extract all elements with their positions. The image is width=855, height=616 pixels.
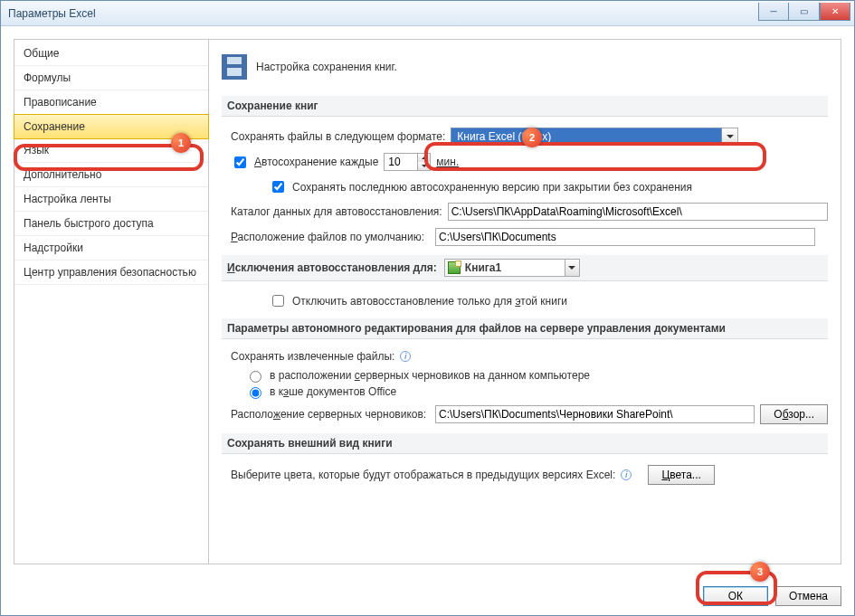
- workbook-icon: [448, 261, 461, 274]
- browse-button[interactable]: Обзор...: [760, 404, 828, 424]
- sidebar-item-trust-center[interactable]: Центр управления безопасностью: [14, 261, 208, 285]
- window-title: Параметры Excel: [8, 7, 758, 20]
- option-office-cache-label: в кэше документов Office: [270, 385, 396, 398]
- save-format-dropdown-button[interactable]: [722, 128, 738, 146]
- default-dir-input[interactable]: [435, 228, 815, 246]
- server-drafts-dir-input[interactable]: [435, 405, 755, 423]
- sidebar-item-customize-ribbon[interactable]: Настройка ленты: [14, 187, 208, 212]
- maximize-button[interactable]: ▭: [789, 3, 820, 21]
- option-office-cache-radio[interactable]: [250, 387, 261, 399]
- colors-label: Выберите цвета, которые будут отображать…: [231, 469, 615, 481]
- group-offline-editing: Параметры автономного редактирования для…: [222, 318, 828, 339]
- sidebar-item-proofing[interactable]: Правописание: [14, 90, 208, 115]
- info-icon[interactable]: i: [621, 469, 632, 480]
- cancel-button[interactable]: Отмена: [775, 586, 841, 606]
- category-sidebar: Общие Формулы Правописание Сохранение Яз…: [14, 39, 209, 564]
- disable-autorecover-label: Отключить автовосстановление только для …: [292, 295, 567, 308]
- spinner-up[interactable]: [417, 154, 430, 162]
- sidebar-item-advanced[interactable]: Дополнительно: [14, 163, 208, 187]
- autorecover-dir-label: Каталог данных для автовосстановления:: [231, 205, 442, 218]
- group-book-appearance: Сохранять внешний вид книги: [222, 433, 828, 454]
- titlebar: Параметры Excel ─ ▭ ✕: [1, 1, 854, 26]
- option-server-drafts-radio[interactable]: [250, 371, 261, 383]
- group-save-books: Сохранение книг: [222, 96, 828, 117]
- autosave-label: ААвтосохранение каждыевтосохранение кажд…: [254, 156, 378, 168]
- autosave-interval-input[interactable]: [385, 154, 417, 170]
- page-subtitle: Настройка сохранения книг.: [256, 61, 397, 73]
- autosave-interval-spinner[interactable]: [384, 153, 431, 171]
- server-drafts-dir-label: Расположение серверных черновиков:: [231, 408, 430, 421]
- callout-badge-3: 3: [750, 562, 770, 582]
- option-server-drafts-label: в расположении серверных черновиков на д…: [270, 369, 590, 382]
- disable-autorecover-checkbox[interactable]: [272, 295, 284, 307]
- exceptions-book-dropdown[interactable]: [565, 260, 579, 276]
- autosave-unit: мин.: [436, 156, 459, 168]
- save-icon: [222, 54, 247, 80]
- autorecover-dir-input[interactable]: [448, 203, 828, 221]
- exceptions-heading: Исключения автовосстановления для:: [227, 261, 437, 274]
- main-panel: Настройка сохранения книг. Сохранение кн…: [209, 39, 841, 564]
- default-dir-label: Расположение файлов по умолчанию:: [231, 231, 430, 243]
- dialog-body: Общие Формулы Правописание Сохранение Яз…: [1, 26, 854, 577]
- info-icon[interactable]: i: [400, 351, 411, 362]
- save-format-value[interactable]: Книга Excel (*.xlsx): [451, 128, 722, 146]
- close-button[interactable]: ✕: [820, 3, 850, 21]
- arrow-down-icon: [422, 165, 427, 167]
- sidebar-item-formulas[interactable]: Формулы: [14, 66, 208, 90]
- callout-badge-2: 2: [522, 128, 542, 147]
- keep-last-autosave-checkbox[interactable]: [272, 181, 284, 193]
- keep-last-autosave-label: Сохранять последнюю автосохраненную верс…: [292, 181, 692, 194]
- dialog-footer: ОК Отмена: [1, 577, 854, 615]
- ok-button[interactable]: ОК: [703, 586, 768, 606]
- excel-options-dialog: Параметры Excel ─ ▭ ✕ Общие Формулы Прав…: [0, 0, 855, 616]
- minimize-button[interactable]: ─: [758, 3, 789, 21]
- group-autorecover-exceptions: Исключения автовосстановления для: Книга…: [222, 255, 828, 281]
- sidebar-item-general[interactable]: Общие: [14, 42, 208, 66]
- save-format-label: Сохранять файлы в следующем формате:: [231, 130, 445, 143]
- autosave-checkbox[interactable]: [234, 156, 246, 168]
- exceptions-book-select[interactable]: Книга1: [444, 259, 580, 277]
- sidebar-item-quick-access[interactable]: Панель быстрого доступа: [14, 212, 208, 236]
- sidebar-item-addins[interactable]: Надстройки: [14, 236, 208, 261]
- colors-button[interactable]: Цвета...: [648, 465, 714, 485]
- chevron-down-icon: [568, 266, 575, 270]
- chevron-down-icon: [727, 135, 734, 138]
- page-header: Настройка сохранения книг.: [222, 49, 828, 90]
- save-format-combo[interactable]: Книга Excel (*.xlsx): [451, 128, 738, 146]
- save-extracted-label: Сохранять извлеченные файлы:: [231, 350, 394, 363]
- exceptions-book-value: Книга1: [465, 261, 560, 274]
- callout-badge-1: 1: [171, 133, 191, 153]
- spinner-down[interactable]: [417, 162, 430, 170]
- arrow-up-icon: [422, 156, 427, 159]
